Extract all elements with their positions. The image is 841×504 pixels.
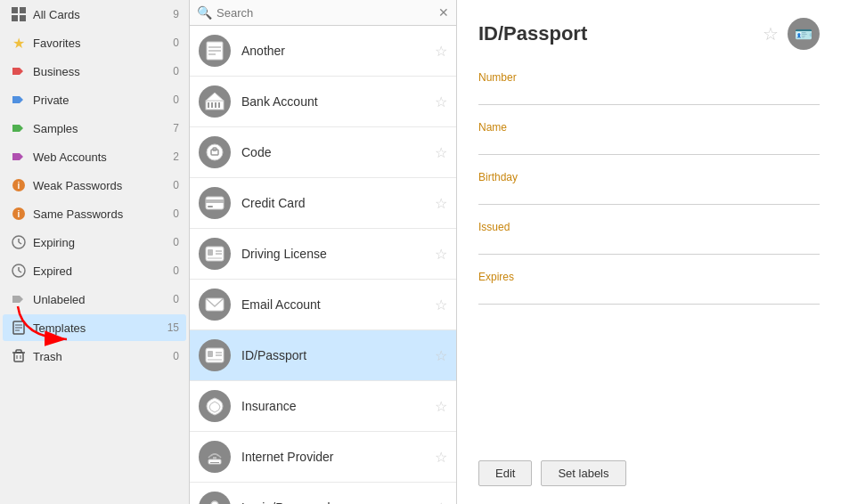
clear-icon[interactable]: ✕	[438, 5, 449, 20]
sidebar-item-private[interactable]: Private0	[3, 86, 186, 113]
insurance-icon	[199, 390, 231, 422]
credit-card-star[interactable]: ☆	[435, 195, 447, 212]
svg-rect-31	[215, 102, 216, 108]
search-input[interactable]	[216, 6, 438, 20]
svg-rect-32	[218, 102, 220, 108]
search-icon: 🔍	[197, 5, 212, 20]
sidebar-item-same-passwords[interactable]: iSame Passwords0	[3, 200, 186, 227]
internet-provider-name: Internet Provider	[241, 450, 435, 464]
detail-type-icon[interactable]: 🪪	[788, 18, 820, 50]
card-item-id-passport[interactable]: ID/Passport☆	[190, 330, 456, 381]
detail-actions: ☆ 🪪	[763, 18, 820, 50]
login-password-star[interactable]: ☆	[435, 500, 447, 505]
svg-rect-21	[16, 350, 21, 353]
detail-star-button[interactable]: ☆	[763, 23, 779, 45]
detail-footer: EditSet labels	[478, 443, 820, 486]
favorites-count: 0	[173, 37, 179, 49]
svg-text:i: i	[18, 209, 20, 219]
sidebar-item-business[interactable]: Business0	[3, 58, 186, 85]
sidebar-item-weak-passwords[interactable]: iWeak Passwords0	[3, 172, 186, 199]
field-label-3: Issued	[478, 221, 820, 233]
sidebar-item-trash[interactable]: Trash0	[3, 343, 186, 370]
samples-icon	[10, 119, 28, 137]
weak-passwords-icon: i	[10, 176, 28, 194]
sidebar-item-expired[interactable]: Expired0	[3, 257, 186, 284]
id-passport-icon	[199, 339, 231, 371]
insurance-star[interactable]: ☆	[435, 398, 447, 415]
card-item-code[interactable]: Code☆	[190, 127, 456, 178]
cards-list: Another☆Bank Account☆Code☆Credit Card☆Dr…	[190, 26, 456, 504]
field-birthday: Birthday	[478, 171, 820, 205]
bank-account-star[interactable]: ☆	[435, 93, 447, 110]
card-item-another[interactable]: Another☆	[190, 26, 456, 77]
credit-card-icon	[199, 187, 231, 219]
field-label-1: Name	[478, 121, 820, 134]
same-passwords-count: 0	[173, 207, 179, 220]
email-account-icon	[199, 289, 231, 321]
sidebar-item-samples[interactable]: Samples7	[3, 115, 186, 142]
another-name: Another	[241, 44, 435, 58]
search-bar: 🔍 ✕	[190, 0, 456, 26]
svg-line-13	[19, 271, 21, 272]
card-item-bank-account[interactable]: Bank Account☆	[190, 77, 456, 127]
detail-fields: NumberNameBirthdayIssuedExpires	[478, 71, 820, 321]
field-label-4: Expires	[478, 271, 820, 283]
internet-provider-star[interactable]: ☆	[435, 449, 447, 466]
field-value-2	[478, 187, 820, 205]
svg-rect-29	[208, 102, 209, 108]
svg-rect-30	[211, 102, 213, 108]
field-value-3	[478, 237, 820, 255]
svg-rect-47	[208, 351, 213, 357]
svg-rect-51	[208, 459, 221, 464]
bank-account-icon	[199, 85, 231, 118]
private-label: Private	[33, 93, 169, 107]
svg-rect-19	[14, 353, 23, 362]
sidebar: All Cards9★Favorites0Business0Private0Sa…	[0, 0, 190, 504]
svg-rect-41	[208, 249, 213, 256]
sidebar-item-web-accounts[interactable]: Web Accounts2	[3, 143, 186, 170]
field-name: Name	[478, 121, 820, 155]
sidebar-item-expiring[interactable]: Expiring0	[3, 229, 186, 256]
sidebar-item-favorites[interactable]: ★Favorites0	[3, 29, 186, 56]
svg-rect-3	[20, 15, 26, 21]
sidebar-item-all-cards[interactable]: All Cards9	[3, 1, 186, 28]
email-account-star[interactable]: ☆	[435, 297, 447, 313]
expiring-count: 0	[173, 236, 179, 248]
field-value-0	[478, 87, 820, 105]
expiring-label: Expiring	[33, 236, 169, 249]
svg-rect-0	[12, 7, 18, 13]
card-item-driving-license[interactable]: Driving License☆	[190, 229, 456, 280]
card-item-credit-card[interactable]: Credit Card☆	[190, 178, 456, 229]
favorites-label: Favorites	[33, 37, 169, 50]
card-item-internet-provider[interactable]: Internet Provider☆	[190, 432, 456, 483]
same-passwords-label: Same Passwords	[33, 207, 169, 221]
field-number: Number	[478, 71, 820, 105]
svg-rect-53	[210, 462, 219, 463]
svg-rect-39	[208, 206, 213, 207]
card-item-insurance[interactable]: Insurance☆	[190, 381, 456, 432]
field-expires: Expires	[478, 271, 820, 305]
card-item-login-password[interactable]: Login/Password☆	[190, 483, 456, 504]
web-accounts-label: Web Accounts	[33, 150, 169, 164]
set-labels-btn[interactable]: Set labels	[541, 460, 625, 486]
login-password-name: Login/Password	[241, 500, 435, 504]
detail-panel: ID/Passport ☆ 🪪 NumberNameBirthdayIssued…	[457, 0, 841, 504]
favorites-icon: ★	[10, 34, 28, 52]
expired-icon	[10, 262, 28, 280]
edit-btn[interactable]: Edit	[478, 460, 532, 486]
driving-license-name: Driving License	[241, 247, 435, 261]
unlabeled-count: 0	[173, 293, 179, 305]
card-item-email-account[interactable]: Email Account☆	[190, 280, 456, 330]
samples-label: Samples	[33, 122, 169, 135]
another-star[interactable]: ☆	[435, 43, 447, 60]
field-issued: Issued	[478, 221, 820, 255]
middle-panel: 🔍 ✕ Another☆Bank Account☆Code☆Credit Car…	[190, 0, 457, 504]
code-star[interactable]: ☆	[435, 144, 447, 161]
driving-license-star[interactable]: ☆	[435, 246, 447, 263]
svg-line-10	[19, 242, 21, 244]
web-accounts-icon	[10, 148, 28, 166]
field-value-1	[478, 137, 820, 155]
id-passport-name: ID/Passport	[241, 348, 435, 362]
id-passport-star[interactable]: ☆	[435, 347, 447, 364]
weak-passwords-label: Weak Passwords	[33, 179, 169, 192]
